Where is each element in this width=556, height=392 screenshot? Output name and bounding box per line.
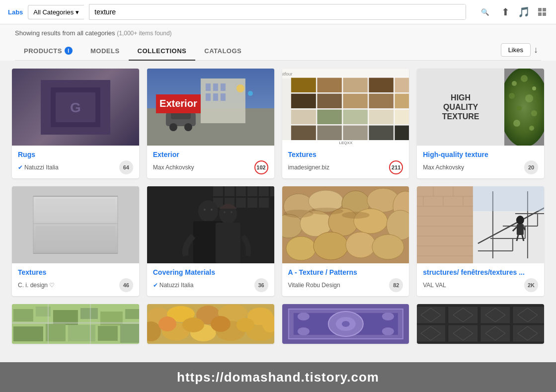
sort-arrow-button[interactable]: ↓ [531, 45, 541, 55]
collection-card-hq[interactable]: HIGHQUALITYTEXTURE [417, 69, 544, 178]
stone-slab-image [12, 186, 139, 263]
collection-card-textures-catalog[interactable]: stfour WOOD ROUGH [282, 69, 409, 178]
card-thumb-structures [417, 186, 544, 263]
svg-rect-187 [448, 307, 478, 323]
card-thumb-stones2 [147, 304, 274, 344]
collection-card-structures[interactable]: structures/ fenêtres/textures ... VAL VA… [417, 186, 544, 296]
info-icon: i [65, 47, 73, 55]
svg-point-183 [382, 327, 394, 335]
svg-rect-192 [480, 325, 510, 342]
results-label: Showing results from all categories [15, 29, 115, 37]
svg-point-181 [382, 313, 394, 320]
card-meta-structures: VAL VAL 2K [423, 278, 538, 292]
rug2-image [282, 304, 409, 344]
svg-point-109 [308, 208, 343, 215]
card-author-textures2: C. i. design ♡ [18, 282, 55, 289]
card-author-hq: Max Achkovsky [423, 164, 464, 171]
svg-rect-79 [270, 186, 274, 196]
svg-point-110 [341, 212, 369, 219]
svg-point-13 [237, 84, 244, 92]
aerial-image [12, 304, 139, 344]
svg-rect-191 [448, 325, 478, 342]
svg-rect-37 [368, 109, 393, 124]
tab-catalogs[interactable]: CATALOGS [195, 42, 250, 61]
svg-point-85 [198, 200, 218, 222]
svg-rect-11 [213, 93, 218, 101]
card-body-rugs: Rugs ✔ Natuzzi Italia 64 [12, 146, 139, 178]
svg-rect-24 [291, 78, 316, 92]
search-input[interactable] [89, 4, 466, 19]
card-author-exterior: Max Achkovsky [153, 164, 194, 171]
svg-rect-29 [291, 93, 316, 108]
upload-button[interactable]: ⬆ [499, 4, 512, 20]
card-body-hq: High-quality texture Max Achkovsky 20 [417, 146, 544, 178]
card-count-covering: 36 [254, 278, 268, 292]
svg-rect-40 [317, 125, 341, 140]
moss-image [504, 69, 544, 146]
search-button[interactable]: 🔍 [475, 5, 495, 19]
tab-models[interactable]: MODELS [81, 42, 129, 61]
collection-card-textures2[interactable]: Textures C. i. design ♡ 46 [12, 186, 139, 296]
user-icon: 🎵 [518, 6, 530, 17]
svg-rect-76 [236, 186, 246, 196]
collection-card-exterior[interactable]: Exterior Exterior Max Achkovsky 102 [147, 69, 274, 178]
collection-card-rug2[interactable] [282, 304, 409, 344]
svg-point-107 [372, 235, 403, 259]
card-thumb-exterior: Exterior [147, 69, 274, 146]
collection-card-patterns[interactable]: A - Texture / Patterns Vitalie Robu Desi… [282, 186, 409, 296]
collection-card-tile[interactable] [417, 304, 544, 344]
user-button[interactable]: 🎵 [516, 4, 532, 20]
svg-text:stfour: stfour [282, 72, 292, 77]
card-body-textures2: Textures C. i. design ♡ 46 [12, 263, 139, 296]
svg-point-169 [159, 316, 176, 331]
collection-card-rugs[interactable]: G Rugs ✔ Natuzzi Italia 64 [12, 69, 139, 178]
svg-text:Exterior: Exterior [159, 98, 197, 109]
svg-point-91 [224, 211, 226, 213]
svg-rect-74 [213, 186, 223, 196]
likes-sort-button[interactable]: Likes [501, 43, 531, 57]
tab-collections[interactable]: COLLECTIONS [129, 42, 196, 61]
results-text: Showing results from all categories (1,0… [15, 29, 541, 37]
category-dropdown[interactable]: All Categories ▾ [28, 5, 84, 19]
card-thumb-aerial [12, 304, 139, 344]
tab-products[interactable]: PRODUCTS i [15, 42, 81, 61]
tab-catalogs-label: CATALOGS [204, 47, 241, 55]
card-body-structures: structures/ fenêtres/textures ... VAL VA… [417, 263, 544, 296]
svg-point-106 [345, 232, 375, 258]
card-body-patterns: A - Texture / Patterns Vitalie Robu Desi… [282, 263, 409, 296]
card-author-covering: ✔ Natuzzi Italia [153, 282, 194, 289]
svg-point-135 [516, 216, 524, 225]
svg-point-172 [237, 318, 254, 332]
card-author-structures: VAL VAL [423, 282, 446, 289]
card-meta-patterns: Vitalie Robu Design 82 [288, 278, 403, 292]
results-count: (1,000+ items found) [117, 30, 171, 37]
svg-rect-88 [216, 223, 240, 263]
card-meta-exterior: Max Achkovsky 102 [153, 160, 268, 174]
svg-rect-27 [368, 78, 393, 92]
svg-rect-153 [98, 326, 118, 341]
svg-point-58 [532, 86, 536, 90]
card-count-textures2: 46 [119, 278, 133, 292]
svg-rect-144 [13, 309, 33, 321]
collection-card-covering[interactable]: Covering Materials ✔ Natuzzi Italia 36 [147, 186, 274, 296]
upload-icon: ⬆ [501, 6, 510, 17]
collection-card-aerial[interactable] [12, 304, 139, 344]
card-body-exterior: Exterior Max Achkovsky 102 [147, 146, 274, 178]
card-title-rugs: Rugs [18, 151, 133, 158]
svg-point-89 [204, 209, 206, 211]
collection-card-stones2[interactable] [147, 304, 274, 344]
svg-point-63 [513, 120, 520, 127]
svg-rect-43 [394, 125, 409, 140]
card-body-textures-catalog: Textures imadesigner.biz 211 [282, 146, 409, 178]
svg-point-14 [248, 91, 253, 96]
svg-rect-112 [417, 186, 473, 263]
card-count-exterior: 102 [254, 160, 268, 174]
card-thumb-textures-catalog: stfour WOOD ROUGH [282, 69, 409, 146]
svg-point-170 [182, 317, 204, 332]
labs-link[interactable]: Labs [8, 8, 23, 16]
card-title-textures2: Textures [18, 268, 133, 276]
grid-menu-button[interactable] [536, 6, 548, 18]
structures-image [417, 186, 544, 263]
svg-rect-149 [125, 309, 139, 319]
svg-point-64 [529, 126, 534, 131]
